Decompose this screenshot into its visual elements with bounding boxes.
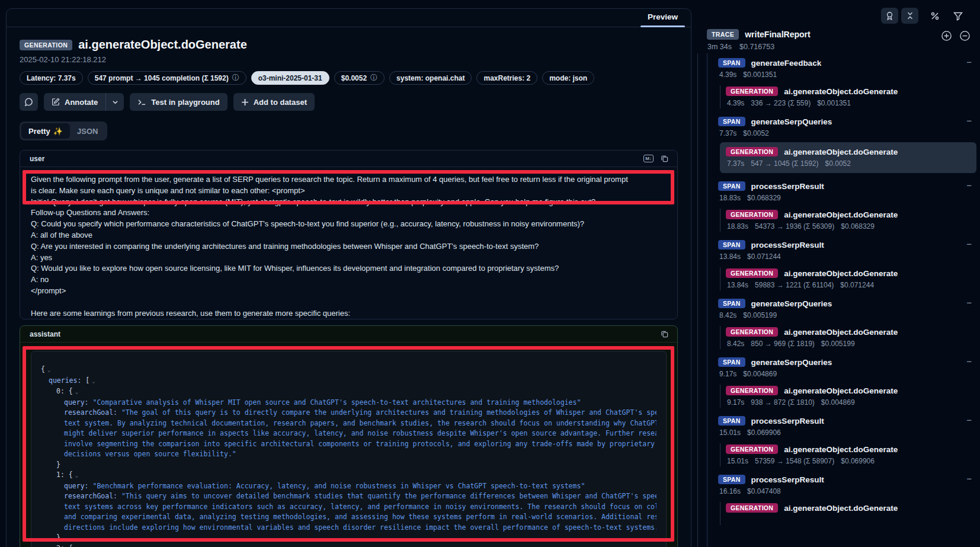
json-code-line: query: "Benchmark performance evaluation… bbox=[41, 481, 656, 492]
add-to-dataset-label: Add to dataset bbox=[254, 98, 307, 107]
tree-generation-item[interactable]: GENERATION ai.generateObject.doGenerate … bbox=[720, 209, 976, 232]
generation-duration: 4.39s bbox=[727, 99, 744, 108]
metadata-pill: mode: json bbox=[542, 71, 594, 85]
collapse-row-icon[interactable]: − bbox=[966, 239, 972, 249]
json-code-line: 0: {⌄ bbox=[41, 386, 656, 398]
info-icon[interactable]: ⓘ bbox=[232, 73, 239, 83]
span-cost: $0.047408 bbox=[747, 487, 781, 497]
tree-span-item[interactable]: SPAN processSerpResult − 15.01s $0.06990… bbox=[718, 415, 976, 466]
tree-span-item[interactable]: SPAN processSerpResult − 16.16s $0.04740… bbox=[718, 474, 976, 525]
tree-span-item[interactable]: SPAN processSerpResult − 13.84s $0.07124… bbox=[718, 239, 976, 290]
user-text-line: Q: Are you interested in comparing the u… bbox=[31, 241, 667, 252]
pill-label: o3-mini-2025-01-31 bbox=[258, 74, 322, 82]
annotate-button[interactable]: Annotate bbox=[44, 93, 105, 111]
span-duration: 18.83s bbox=[719, 194, 741, 203]
metrics-percent-button[interactable] bbox=[926, 8, 943, 24]
markdown-toggle-icon[interactable]: M↓ bbox=[643, 153, 654, 164]
tree-generation-item[interactable]: GENERATION ai.generateObject.doGenerate … bbox=[720, 443, 976, 466]
percent-icon bbox=[930, 11, 940, 21]
collapse-node-icon[interactable]: ⌄ bbox=[73, 472, 78, 478]
filter-icon bbox=[953, 11, 963, 21]
terminal-icon bbox=[137, 98, 146, 106]
generation-type-badge: GENERATION bbox=[726, 503, 778, 513]
generation-name: ai.generateObject.doGenerate bbox=[784, 269, 898, 278]
collapse-row-icon[interactable]: − bbox=[966, 474, 972, 484]
pill-label: system: openai.chat bbox=[396, 74, 465, 82]
pretty-label: Pretty bbox=[28, 127, 50, 136]
json-code-line: and comparing experimental data, analyzi… bbox=[41, 512, 656, 523]
annotate-label: Annotate bbox=[65, 98, 98, 107]
tree-generation-item[interactable]: GENERATION ai.generateObject.doGenerate bbox=[720, 502, 976, 525]
generation-cost: $0.068329 bbox=[841, 222, 875, 232]
collapse-row-icon[interactable]: − bbox=[966, 415, 972, 425]
collapse-row-icon[interactable]: − bbox=[966, 116, 972, 126]
tree-generation-item[interactable]: GENERATION ai.generateObject.doGenerate … bbox=[720, 326, 976, 349]
generation-name: ai.generateObject.doGenerate bbox=[784, 386, 898, 395]
playground-label: Test in playground bbox=[151, 98, 219, 107]
span-type-badge: SPAN bbox=[718, 475, 745, 484]
toggle-pretty[interactable]: Pretty ✨ bbox=[21, 123, 70, 139]
tree-span-item[interactable]: SPAN generateSerpQueries − 8.42s $0.0051… bbox=[718, 298, 976, 349]
json-code-line: } bbox=[41, 533, 656, 543]
span-name: processSerpResult bbox=[751, 241, 824, 249]
assistant-message-header: assistant bbox=[20, 326, 677, 343]
tree-span-item[interactable]: SPAN generateSerpQueries − 7.37s $0.0052… bbox=[718, 116, 976, 173]
tree-span-item[interactable]: SPAN generateFeedback − 4.39s $0.001351 … bbox=[718, 57, 976, 108]
json-label: JSON bbox=[77, 127, 98, 136]
plus-icon bbox=[241, 98, 249, 106]
tree-generation-item[interactable]: GENERATION ai.generateObject.doGenerate … bbox=[720, 385, 976, 408]
span-duration: 15.01s bbox=[719, 428, 741, 438]
span-duration: 7.37s bbox=[719, 129, 736, 139]
generation-duration: 9.17s bbox=[727, 398, 744, 408]
generation-name: ai.generateObject.doGenerate bbox=[784, 504, 898, 513]
tree-generation-item[interactable]: GENERATION ai.generateObject.doGenerate … bbox=[720, 85, 976, 108]
json-code-line: might deliver superior performance in as… bbox=[41, 428, 656, 439]
plus-circle-icon[interactable] bbox=[940, 29, 953, 42]
trace-tree-sidebar: TRACE writeFinalReport 3m 34s $0.716753 … bbox=[696, 0, 980, 547]
minus-circle-icon[interactable] bbox=[958, 29, 971, 42]
tab-preview-label: Preview bbox=[648, 12, 678, 21]
span-duration: 16.16s bbox=[719, 487, 741, 497]
collapse-row-icon[interactable]: − bbox=[966, 356, 972, 366]
trace-root-row[interactable]: TRACE writeFinalReport bbox=[707, 29, 811, 40]
user-text-line: Here are some learnings from previous re… bbox=[31, 308, 667, 319]
metadata-pill: o3-mini-2025-01-31 bbox=[251, 71, 329, 85]
user-text-line: A: yes bbox=[31, 252, 667, 264]
copy-icon[interactable] bbox=[659, 153, 670, 164]
user-text-line: is clear. Make sure each query is unique… bbox=[31, 185, 667, 197]
playground-button[interactable]: Test in playground bbox=[130, 93, 227, 111]
add-to-dataset-button[interactable]: Add to dataset bbox=[233, 93, 315, 111]
info-icon[interactable]: ⓘ bbox=[370, 73, 377, 83]
tree-span-item[interactable]: SPAN processSerpResult − 18.83s $0.06832… bbox=[718, 180, 976, 232]
json-code-line: researchGoal: "The goal of this query is… bbox=[41, 408, 656, 418]
generation-cost: $0.004869 bbox=[821, 398, 855, 408]
user-role-label: user bbox=[30, 155, 44, 163]
annotate-dropdown-button[interactable] bbox=[106, 93, 124, 111]
collapse-row-icon[interactable]: − bbox=[966, 180, 972, 190]
filter-button[interactable] bbox=[949, 8, 966, 24]
assistant-message-panel: assistant {⌄queries: [⌄0: {⌄query: "Comp… bbox=[20, 325, 678, 547]
copy-icon[interactable] bbox=[659, 329, 670, 339]
tree-generation-item[interactable]: GENERATION ai.generateObject.doGenerate … bbox=[720, 267, 976, 290]
collapse-node-icon[interactable]: ⌄ bbox=[73, 389, 78, 395]
collapse-row-icon[interactable]: − bbox=[966, 298, 972, 308]
toggle-json[interactable]: JSON bbox=[70, 123, 105, 139]
user-text-line: Q: Could you specify which performance c… bbox=[31, 219, 667, 230]
generation-tokens: 547 → 1045 (Σ 1592) bbox=[751, 159, 818, 169]
scores-award-button[interactable] bbox=[881, 8, 898, 24]
tree-generation-item[interactable]: GENERATION ai.generateObject.doGenerate … bbox=[720, 142, 976, 173]
collapse-node-icon[interactable]: ⌄ bbox=[89, 378, 95, 384]
collapse-node-icon[interactable]: ⌄ bbox=[45, 367, 50, 373]
preview-tabbar: Preview bbox=[7, 9, 691, 27]
collapse-row-icon[interactable]: − bbox=[966, 57, 972, 67]
collapse-all-button[interactable] bbox=[901, 8, 918, 24]
tab-preview[interactable]: Preview bbox=[637, 9, 688, 27]
pill-label: Latency: 7.37s bbox=[27, 74, 76, 82]
json-code-line: queries: [⌄ bbox=[41, 376, 656, 387]
pill-label: $0.0052 bbox=[341, 74, 367, 82]
tree-span-item[interactable]: SPAN generateSerpQueries − 9.17s $0.0048… bbox=[718, 356, 976, 408]
user-message-panel: user M↓ Given the following prompt from … bbox=[20, 150, 678, 319]
comment-button[interactable] bbox=[20, 93, 38, 111]
sidebar-toolbar bbox=[881, 8, 966, 24]
json-code-line: decisions versus open source flexibility… bbox=[41, 449, 656, 460]
